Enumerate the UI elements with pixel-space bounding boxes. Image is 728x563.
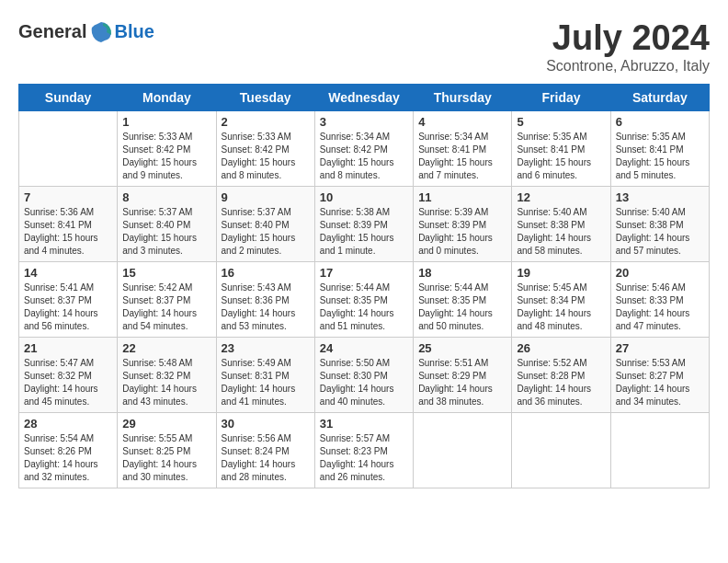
day-info: Sunrise: 5:34 AM Sunset: 8:42 PM Dayligh… (320, 131, 408, 182)
day-info: Sunrise: 5:37 AM Sunset: 8:40 PM Dayligh… (122, 206, 210, 258)
day-of-week-header: Saturday (610, 85, 709, 111)
calendar-week-row: 21Sunrise: 5:47 AM Sunset: 8:32 PM Dayli… (19, 338, 710, 413)
day-number: 15 (122, 266, 210, 280)
day-number: 2 (222, 115, 310, 129)
calendar-cell: 14Sunrise: 5:41 AM Sunset: 8:37 PM Dayli… (19, 262, 118, 338)
day-number: 30 (222, 417, 310, 431)
calendar-cell: 15Sunrise: 5:42 AM Sunset: 8:37 PM Dayli… (118, 262, 216, 338)
day-info: Sunrise: 5:33 AM Sunset: 8:42 PM Dayligh… (222, 131, 310, 182)
calendar-cell (19, 111, 118, 187)
calendar-cell: 4Sunrise: 5:34 AM Sunset: 8:41 PM Daylig… (414, 111, 512, 187)
day-number: 26 (517, 341, 605, 355)
calendar-cell: 19Sunrise: 5:45 AM Sunset: 8:34 PM Dayli… (512, 262, 610, 338)
calendar-cell: 16Sunrise: 5:43 AM Sunset: 8:36 PM Dayli… (216, 262, 314, 338)
calendar-header-row: SundayMondayTuesdayWednesdayThursdayFrid… (19, 85, 710, 111)
day-number: 9 (222, 190, 310, 204)
calendar-cell: 11Sunrise: 5:39 AM Sunset: 8:39 PM Dayli… (414, 187, 512, 262)
day-info: Sunrise: 5:47 AM Sunset: 8:32 PM Dayligh… (24, 357, 112, 408)
day-info: Sunrise: 5:46 AM Sunset: 8:33 PM Dayligh… (616, 282, 704, 333)
logo-blue-text: Blue (114, 21, 154, 42)
day-info: Sunrise: 5:56 AM Sunset: 8:24 PM Dayligh… (222, 432, 310, 484)
day-info: Sunrise: 5:40 AM Sunset: 8:38 PM Dayligh… (517, 206, 605, 258)
day-info: Sunrise: 5:38 AM Sunset: 8:39 PM Dayligh… (320, 206, 408, 258)
day-number: 16 (222, 266, 310, 280)
day-number: 5 (517, 115, 605, 129)
day-info: Sunrise: 5:43 AM Sunset: 8:36 PM Dayligh… (222, 282, 310, 333)
page-header: General Blue July 2024 Scontrone, Abruzz… (18, 18, 710, 75)
day-info: Sunrise: 5:42 AM Sunset: 8:37 PM Dayligh… (122, 282, 210, 333)
day-info: Sunrise: 5:57 AM Sunset: 8:23 PM Dayligh… (320, 432, 408, 484)
day-number: 10 (320, 190, 408, 204)
day-info: Sunrise: 5:50 AM Sunset: 8:30 PM Dayligh… (320, 357, 408, 408)
day-number: 11 (418, 190, 506, 204)
logo-icon (88, 18, 114, 44)
calendar-cell: 20Sunrise: 5:46 AM Sunset: 8:33 PM Dayli… (610, 262, 709, 338)
day-number: 18 (418, 266, 506, 280)
day-number: 4 (418, 115, 506, 129)
day-info: Sunrise: 5:40 AM Sunset: 8:38 PM Dayligh… (616, 206, 704, 258)
location-subtitle: Scontrone, Abruzzo, Italy (546, 58, 710, 75)
day-number: 1 (122, 115, 210, 129)
calendar-cell: 17Sunrise: 5:44 AM Sunset: 8:35 PM Dayli… (314, 262, 413, 338)
calendar-cell: 31Sunrise: 5:57 AM Sunset: 8:23 PM Dayli… (314, 413, 413, 488)
day-info: Sunrise: 5:39 AM Sunset: 8:39 PM Dayligh… (418, 206, 506, 258)
calendar-cell: 28Sunrise: 5:54 AM Sunset: 8:26 PM Dayli… (19, 413, 118, 488)
day-of-week-header: Sunday (19, 85, 118, 111)
day-info: Sunrise: 5:53 AM Sunset: 8:27 PM Dayligh… (616, 357, 704, 408)
calendar-cell: 30Sunrise: 5:56 AM Sunset: 8:24 PM Dayli… (216, 413, 314, 488)
day-info: Sunrise: 5:51 AM Sunset: 8:29 PM Dayligh… (418, 357, 506, 408)
calendar-cell: 1Sunrise: 5:33 AM Sunset: 8:42 PM Daylig… (118, 111, 216, 187)
day-number: 28 (24, 417, 112, 431)
day-number: 27 (616, 341, 704, 355)
calendar-cell: 24Sunrise: 5:50 AM Sunset: 8:30 PM Dayli… (314, 338, 413, 413)
day-info: Sunrise: 5:48 AM Sunset: 8:32 PM Dayligh… (122, 357, 210, 408)
day-info: Sunrise: 5:41 AM Sunset: 8:37 PM Dayligh… (24, 282, 112, 333)
calendar-cell: 10Sunrise: 5:38 AM Sunset: 8:39 PM Dayli… (314, 187, 413, 262)
day-number: 12 (517, 190, 605, 204)
day-number: 22 (122, 341, 210, 355)
calendar-cell: 27Sunrise: 5:53 AM Sunset: 8:27 PM Dayli… (610, 338, 709, 413)
day-number: 25 (418, 341, 506, 355)
day-info: Sunrise: 5:44 AM Sunset: 8:35 PM Dayligh… (320, 282, 408, 333)
day-info: Sunrise: 5:55 AM Sunset: 8:25 PM Dayligh… (122, 432, 210, 484)
calendar-week-row: 7Sunrise: 5:36 AM Sunset: 8:41 PM Daylig… (19, 187, 710, 262)
day-of-week-header: Wednesday (314, 85, 413, 111)
calendar-cell: 22Sunrise: 5:48 AM Sunset: 8:32 PM Dayli… (118, 338, 216, 413)
calendar-cell: 5Sunrise: 5:35 AM Sunset: 8:41 PM Daylig… (512, 111, 610, 187)
day-info: Sunrise: 5:45 AM Sunset: 8:34 PM Dayligh… (517, 282, 605, 333)
day-info: Sunrise: 5:33 AM Sunset: 8:42 PM Dayligh… (122, 131, 210, 182)
day-number: 7 (24, 190, 112, 204)
day-of-week-header: Monday (118, 85, 216, 111)
calendar-table: SundayMondayTuesdayWednesdayThursdayFrid… (18, 84, 710, 488)
calendar-cell: 6Sunrise: 5:35 AM Sunset: 8:41 PM Daylig… (610, 111, 709, 187)
day-number: 13 (616, 190, 704, 204)
calendar-cell: 12Sunrise: 5:40 AM Sunset: 8:38 PM Dayli… (512, 187, 610, 262)
day-number: 8 (122, 190, 210, 204)
calendar-week-row: 1Sunrise: 5:33 AM Sunset: 8:42 PM Daylig… (19, 111, 710, 187)
day-info: Sunrise: 5:49 AM Sunset: 8:31 PM Dayligh… (222, 357, 310, 408)
day-info: Sunrise: 5:37 AM Sunset: 8:40 PM Dayligh… (222, 206, 310, 258)
calendar-cell: 18Sunrise: 5:44 AM Sunset: 8:35 PM Dayli… (414, 262, 512, 338)
day-number: 19 (517, 266, 605, 280)
day-number: 6 (616, 115, 704, 129)
calendar-cell: 29Sunrise: 5:55 AM Sunset: 8:25 PM Dayli… (118, 413, 216, 488)
day-number: 14 (24, 266, 112, 280)
calendar-week-row: 28Sunrise: 5:54 AM Sunset: 8:26 PM Dayli… (19, 413, 710, 488)
calendar-cell: 25Sunrise: 5:51 AM Sunset: 8:29 PM Dayli… (414, 338, 512, 413)
day-number: 24 (320, 341, 408, 355)
day-info: Sunrise: 5:35 AM Sunset: 8:41 PM Dayligh… (517, 131, 605, 182)
day-of-week-header: Tuesday (216, 85, 314, 111)
day-number: 23 (222, 341, 310, 355)
calendar-cell: 7Sunrise: 5:36 AM Sunset: 8:41 PM Daylig… (19, 187, 118, 262)
calendar-cell: 8Sunrise: 5:37 AM Sunset: 8:40 PM Daylig… (118, 187, 216, 262)
calendar-cell: 26Sunrise: 5:52 AM Sunset: 8:28 PM Dayli… (512, 338, 610, 413)
day-number: 21 (24, 341, 112, 355)
day-number: 17 (320, 266, 408, 280)
month-title: July 2024 (546, 18, 710, 58)
day-number: 20 (616, 266, 704, 280)
calendar-cell: 9Sunrise: 5:37 AM Sunset: 8:40 PM Daylig… (216, 187, 314, 262)
calendar-cell: 2Sunrise: 5:33 AM Sunset: 8:42 PM Daylig… (216, 111, 314, 187)
day-number: 3 (320, 115, 408, 129)
calendar-cell: 21Sunrise: 5:47 AM Sunset: 8:32 PM Dayli… (19, 338, 118, 413)
day-info: Sunrise: 5:36 AM Sunset: 8:41 PM Dayligh… (24, 206, 112, 258)
